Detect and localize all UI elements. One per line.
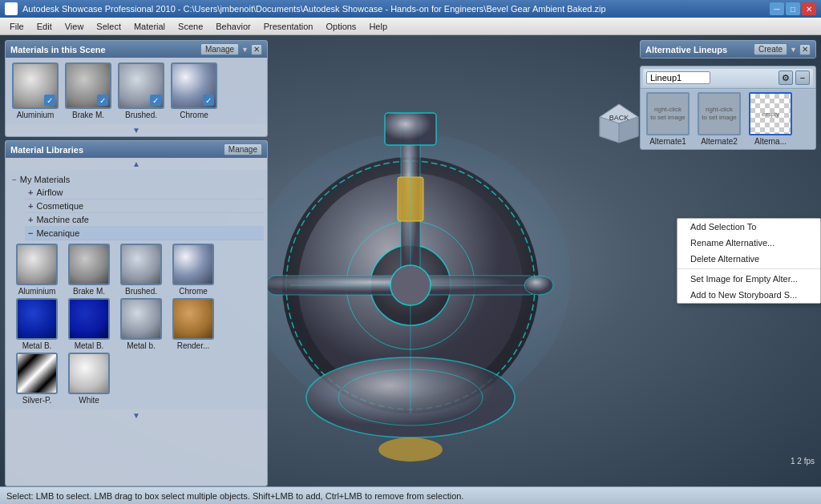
material-brake[interactable]: ✓ Brake M. bbox=[63, 62, 113, 119]
material-chrome[interactable]: ✓ Chrome bbox=[169, 62, 219, 119]
menu-help[interactable]: Help bbox=[362, 20, 394, 33]
nav-cube[interactable]: BACK bbox=[593, 98, 641, 146]
ctx-set-image[interactable]: Set Image for Empty Alter... bbox=[677, 271, 820, 287]
alt-lineups-close[interactable]: ✕ bbox=[799, 44, 811, 55]
material-brake-thumb[interactable]: ✓ bbox=[65, 62, 111, 109]
ctx-rename[interactable]: Rename Alternative... bbox=[677, 235, 820, 251]
lib-mat-aluminium-label: Aluminium bbox=[18, 287, 56, 296]
lib-mat-render-thumb[interactable] bbox=[172, 298, 214, 340]
scroll-down-arrow[interactable]: ▼ bbox=[6, 124, 267, 136]
lib-mat-aluminium-thumb[interactable] bbox=[16, 244, 58, 285]
lib-item-machine-cafe[interactable]: + Machine cafe bbox=[25, 213, 264, 227]
material-aluminium[interactable]: ✓ Aluminium bbox=[10, 62, 60, 119]
material-aluminium-label: Aluminium bbox=[17, 111, 55, 119]
create-btn[interactable]: Create bbox=[754, 43, 787, 55]
lineup-minimize-btn[interactable]: − bbox=[795, 71, 810, 85]
menu-edit[interactable]: Edit bbox=[30, 20, 59, 33]
lineup-name-input[interactable] bbox=[646, 71, 710, 84]
material-brake-label: Brake M. bbox=[72, 111, 104, 119]
lib-mat-render[interactable]: Render... bbox=[168, 298, 218, 350]
maximize-button[interactable]: □ bbox=[786, 2, 800, 15]
tree-label: My Materials bbox=[20, 175, 70, 184]
lib-mat-brushed[interactable]: Brushed. bbox=[116, 244, 166, 296]
checkmark-icon: ✓ bbox=[203, 95, 214, 106]
lib-mat-aluminium[interactable]: Aluminium bbox=[12, 244, 62, 296]
menu-file[interactable]: File bbox=[3, 20, 30, 33]
lib-mat-brake-thumb[interactable] bbox=[68, 244, 110, 285]
materials-scene-close[interactable]: ✕ bbox=[251, 44, 262, 55]
menu-view[interactable]: View bbox=[59, 20, 91, 33]
menu-material[interactable]: Material bbox=[127, 20, 172, 33]
window-title: Autodesk Showcase Professional 2010 - C:… bbox=[22, 4, 770, 14]
menu-select[interactable]: Select bbox=[90, 20, 127, 33]
alternate3-thumb[interactable]: empty bbox=[749, 92, 792, 135]
lib-mat-silver[interactable]: Silver-P. bbox=[12, 353, 62, 405]
alt-lineups-panel: Alternative Lineups Create ▼ ✕ bbox=[640, 40, 816, 58]
alt-items-row: right-clickto set image Alternate1 right… bbox=[640, 88, 816, 150]
alternate1-item[interactable]: right-clickto set image Alternate1 bbox=[644, 92, 692, 146]
material-chrome-thumb[interactable]: ✓ bbox=[171, 62, 217, 109]
close-button[interactable]: ✕ bbox=[802, 2, 816, 15]
lib-mat-metal-b3-thumb[interactable] bbox=[120, 298, 162, 340]
lib-mat-white-thumb[interactable] bbox=[68, 353, 110, 394]
alternate2-item[interactable]: right-clickto set image Alternate2 bbox=[695, 92, 743, 146]
lib-item-cosmetique[interactable]: + Cosmetique bbox=[25, 200, 264, 213]
fps-display: 1 2 fps bbox=[791, 457, 815, 466]
lib-mat-white[interactable]: White bbox=[64, 353, 114, 405]
lib-mat-chrome[interactable]: Chrome bbox=[168, 244, 218, 296]
alternate2-thumb[interactable]: right-clickto set image bbox=[698, 92, 741, 135]
libs-scroll-up-arrow[interactable]: ▲ bbox=[6, 158, 267, 170]
lib-mat-metal-b3[interactable]: Metal b. bbox=[116, 298, 166, 350]
lib-mat-metal-b1-thumb[interactable] bbox=[16, 298, 58, 340]
lib-mat-brake[interactable]: Brake M. bbox=[64, 244, 114, 296]
lib-mat-silver-thumb[interactable] bbox=[16, 353, 58, 394]
lib-mat-metal-b3-label: Metal b. bbox=[127, 341, 156, 350]
menu-scene[interactable]: Scene bbox=[172, 20, 209, 33]
lib-mat-render-label: Render... bbox=[177, 341, 210, 350]
create-dropdown-icon[interactable]: ▼ bbox=[790, 46, 797, 54]
lineup-settings-btn[interactable]: ⚙ bbox=[779, 71, 793, 85]
menu-options[interactable]: Options bbox=[319, 20, 362, 33]
materials-scene-controls: Manage ▼ ✕ bbox=[200, 43, 262, 55]
status-bar: Select: LMB to select. LMB drag to box s… bbox=[0, 486, 821, 504]
alternate1-label: Alternate1 bbox=[649, 137, 686, 146]
context-menu: Add Selection To Rename Alternative... D… bbox=[677, 218, 821, 304]
lib-mat-metal-b1[interactable]: Metal B. bbox=[12, 298, 62, 350]
lib-mat-metal-b2-thumb[interactable] bbox=[68, 298, 110, 340]
menu-behavior[interactable]: Behavior bbox=[209, 20, 257, 33]
expand-icon: + bbox=[28, 187, 33, 197]
app-icon: A bbox=[5, 2, 18, 15]
lib-item-airflow[interactable]: + Airflow bbox=[25, 186, 264, 200]
alternate2-label-text: right-clickto set image bbox=[700, 104, 738, 124]
alternate2-label: Alternate2 bbox=[701, 137, 738, 146]
nav-cube-svg: BACK bbox=[593, 98, 645, 149]
material-brushed-thumb[interactable]: ✓ bbox=[118, 62, 164, 109]
material-aluminium-thumb[interactable]: ✓ bbox=[12, 62, 59, 109]
alt-lineups-header: Alternative Lineups Create ▼ ✕ bbox=[641, 41, 815, 58]
ctx-add-storyboard[interactable]: Add to New Storyboard S... bbox=[677, 287, 820, 303]
lib-mat-white-label: White bbox=[79, 396, 99, 405]
material-libs-manage-btn[interactable]: Manage bbox=[224, 143, 262, 155]
lib-mat-chrome-thumb[interactable] bbox=[172, 244, 214, 285]
lib-my-materials[interactable]: − My Materials bbox=[9, 173, 264, 186]
lib-mat-metal-b1-label: Metal B. bbox=[22, 341, 52, 350]
svg-rect-11 bbox=[385, 113, 436, 145]
lib-item-mecanique[interactable]: − Mecanique bbox=[25, 227, 264, 240]
alternate3-item[interactable]: empty Alterna... bbox=[746, 92, 795, 146]
lib-mat-brushed-label: Brushed. bbox=[125, 287, 157, 296]
materials-manage-btn[interactable]: Manage bbox=[200, 43, 239, 55]
material-brushed[interactable]: ✓ Brushed. bbox=[116, 62, 166, 119]
minimize-button[interactable]: ─ bbox=[770, 2, 784, 15]
ctx-add-selection[interactable]: Add Selection To bbox=[677, 219, 820, 235]
lib-mat-brake-label: Brake M. bbox=[73, 287, 105, 296]
status-text: Select: LMB to select. LMB drag to box s… bbox=[6, 491, 463, 501]
lib-mat-metal-b2[interactable]: Metal B. bbox=[64, 298, 114, 350]
lib-item-label: Cosmetique bbox=[36, 201, 83, 211]
libs-scroll-down-arrow[interactable]: ▼ bbox=[6, 409, 267, 421]
window-controls: ─ □ ✕ bbox=[770, 2, 816, 15]
ctx-delete[interactable]: Delete Alternative bbox=[677, 251, 820, 267]
alternate1-thumb[interactable]: right-clickto set image bbox=[646, 92, 690, 135]
menu-presentation[interactable]: Presentation bbox=[257, 20, 320, 33]
manage-dropdown-icon[interactable]: ▼ bbox=[241, 46, 249, 54]
lib-mat-brushed-thumb[interactable] bbox=[120, 244, 162, 285]
